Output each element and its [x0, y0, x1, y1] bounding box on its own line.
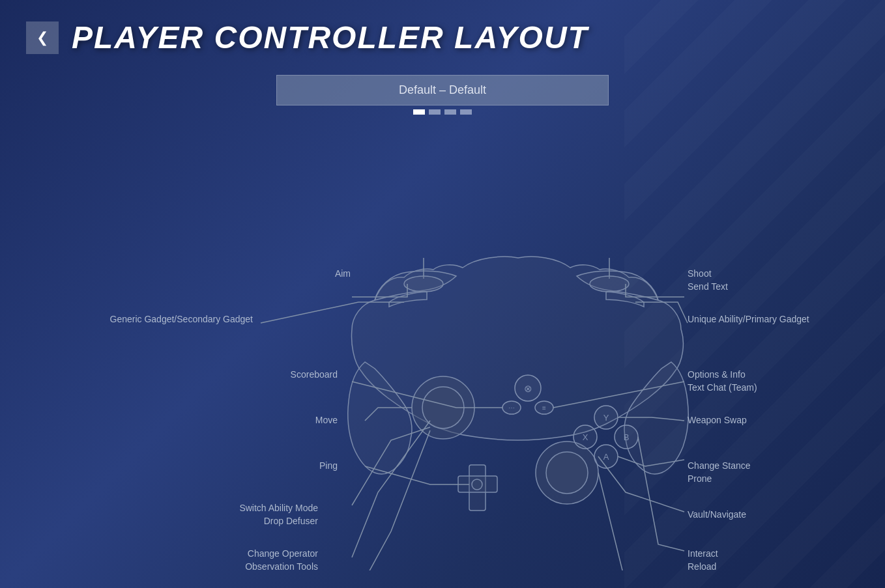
svg-rect-6	[469, 465, 486, 511]
label-switch-ability: Switch Ability ModeDrop Defuser	[239, 502, 318, 527]
svg-point-5	[546, 452, 588, 494]
label-change-operator: Change OperatorObservation Tools	[245, 548, 318, 573]
svg-point-3	[422, 387, 464, 428]
svg-text:Y: Y	[603, 413, 609, 423]
label-vault-navigate: Vault/Navigate	[688, 509, 746, 522]
label-generic-gadget: Generic Gadget/Secondary Gadget	[110, 313, 253, 326]
back-icon: ❮	[36, 29, 48, 46]
svg-point-11	[573, 425, 597, 449]
label-change-stance: Change StanceProne	[688, 460, 751, 485]
back-button[interactable]: ❮	[26, 21, 59, 54]
svg-point-4	[536, 441, 598, 504]
svg-text:⊗: ⊗	[524, 383, 532, 394]
label-options-info: Options & InfoText Chat (Team)	[688, 369, 757, 394]
svg-point-21	[515, 375, 541, 401]
svg-point-24	[590, 276, 629, 292]
label-shoot: ShootSend Text	[688, 268, 728, 293]
svg-text:A: A	[603, 452, 609, 462]
svg-text:X: X	[583, 432, 588, 442]
preset-bar: Default – Default	[0, 75, 885, 115]
svg-text:⋯: ⋯	[508, 404, 515, 412]
label-unique-ability: Unique Ability/Primary Gadget	[688, 313, 809, 326]
svg-point-13	[615, 425, 638, 449]
label-interact-reload: InteractReload	[688, 548, 718, 573]
preset-dot-2[interactable]	[429, 109, 441, 115]
label-ping: Ping	[319, 460, 338, 473]
svg-point-9	[594, 406, 618, 429]
svg-point-23	[404, 276, 443, 292]
label-move: Move	[315, 414, 338, 427]
preset-dot-1[interactable]	[413, 109, 425, 115]
preset-dots	[276, 109, 609, 115]
main-area: .line { stroke: #8090a8; stroke-width: 1…	[0, 128, 885, 570]
svg-point-17	[502, 401, 521, 414]
svg-text:B: B	[624, 432, 630, 442]
preset-dot-3[interactable]	[444, 109, 456, 115]
label-scoreboard: Scoreboard	[291, 369, 338, 382]
header: ❮ PLAYER CONTROLLER LAYOUT	[0, 0, 885, 68]
label-aim: Aim	[335, 268, 351, 281]
svg-text:≡: ≡	[542, 404, 546, 412]
svg-point-2	[412, 376, 474, 439]
page-title: PLAYER CONTROLLER LAYOUT	[72, 20, 588, 55]
svg-point-8	[472, 479, 482, 490]
svg-rect-7	[458, 476, 497, 492]
label-weapon-swap: Weapon Swap	[688, 414, 747, 427]
preset-dot-4[interactable]	[460, 109, 472, 115]
svg-point-15	[594, 445, 618, 468]
preset-selector[interactable]: Default – Default	[276, 75, 609, 105]
svg-point-19	[535, 401, 553, 414]
